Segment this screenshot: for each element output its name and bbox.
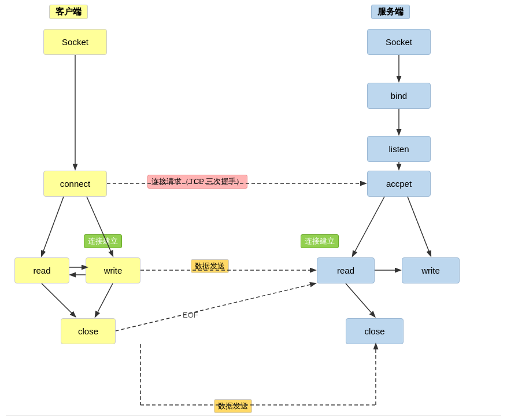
svg-line-15 (346, 283, 375, 316)
client-write-node: write (86, 257, 140, 283)
client-read-node: read (14, 257, 69, 283)
client-socket-node: Socket (43, 29, 107, 55)
connection-established-left-label: 连接建立 (84, 234, 122, 248)
server-write-node: write (402, 257, 460, 283)
client-close-node: close (61, 318, 116, 344)
data-send-bottom-label: 数据发送 (214, 399, 252, 413)
connection-request-label: 连接请求（TCP 三次握手） (147, 175, 247, 189)
eof-label: EOF (179, 310, 202, 320)
server-bind-node: bind (367, 83, 431, 109)
svg-line-8 (408, 197, 431, 256)
data-send-middle-label: 数据发送 (191, 259, 229, 273)
server-accpet-node: accpet (367, 171, 431, 197)
server-listen-node: listen (367, 136, 431, 162)
server-read-node: read (317, 257, 375, 283)
arrows-svg (0, 0, 507, 420)
svg-line-13 (95, 283, 113, 316)
svg-line-5 (42, 197, 64, 256)
server-socket-node: Socket (367, 29, 431, 55)
connection-established-right-label: 连接建立 (301, 234, 339, 248)
svg-line-16 (116, 283, 315, 331)
server-label: 服务端 (371, 5, 410, 19)
server-close-node: close (346, 318, 404, 344)
svg-line-7 (353, 197, 384, 256)
client-connect-node: connect (43, 171, 107, 197)
diagram-container: 客户端 服务端 Socket connect read write close … (0, 0, 507, 420)
client-label: 客户端 (49, 5, 88, 19)
svg-line-14 (42, 283, 75, 316)
